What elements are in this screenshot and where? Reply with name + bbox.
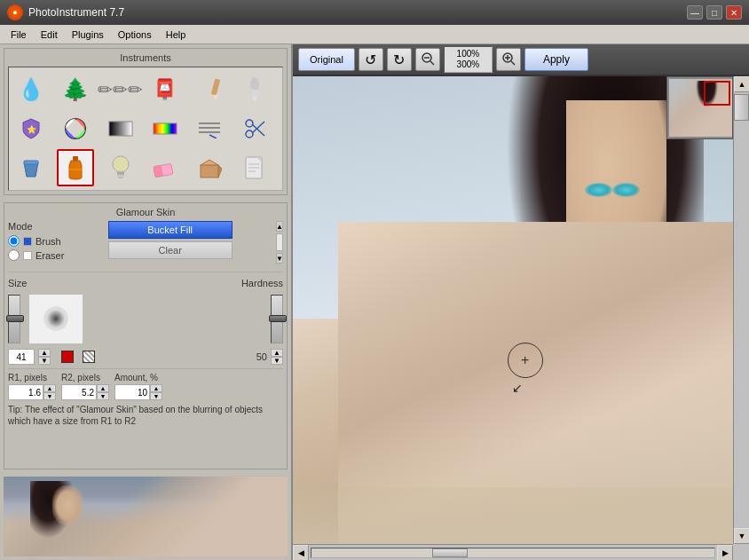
tool-pencils[interactable]: ✏✏✏ [102, 71, 139, 108]
size-spin-up[interactable]: ▲ [38, 349, 51, 357]
size-spin-down[interactable]: ▼ [38, 357, 51, 365]
right-panel: Original ↺ ↻ 100% 300% [293, 44, 749, 560]
size-slider-thumb[interactable] [6, 315, 24, 322]
app-logo: ● [7, 4, 23, 20]
image-area[interactable]: + ↙ ▲ ▼ ◀ [293, 76, 749, 560]
scroll-up-btn[interactable]: ▲ [276, 221, 283, 232]
r1-spin-down[interactable]: ▼ [43, 392, 56, 400]
eraser-label: Eraser [35, 250, 64, 261]
tool-marker[interactable] [236, 71, 273, 108]
tool-lines[interactable] [191, 110, 228, 147]
size-input[interactable] [8, 349, 35, 365]
original-button[interactable]: Original [298, 48, 355, 71]
title-bar: ● PhotoInstrument 7.7 — □ ✕ [0, 0, 749, 25]
svg-rect-0 [211, 79, 220, 96]
brush-radio[interactable] [8, 235, 20, 247]
r2-input[interactable] [61, 384, 97, 400]
menu-file[interactable]: File [4, 28, 34, 42]
tool-bulb[interactable] [102, 149, 139, 186]
svg-rect-17 [24, 161, 38, 164]
scroll-h-left-btn[interactable]: ◀ [293, 545, 309, 561]
svg-point-20 [113, 156, 129, 172]
zoom-max: 300% [450, 59, 486, 70]
scroll-h-thumb[interactable] [432, 548, 468, 557]
size-slider[interactable] [8, 295, 20, 343]
scroll-h-right-btn[interactable]: ▶ [717, 545, 733, 561]
maximize-button[interactable]: □ [706, 5, 722, 20]
tool-tree[interactable]: 🌲 [57, 71, 94, 108]
tool-brush[interactable] [191, 71, 228, 108]
amount-input[interactable] [114, 384, 150, 400]
r2-spin-up[interactable]: ▲ [97, 384, 109, 392]
menu-plugins[interactable]: Plugins [65, 28, 111, 42]
tool-rainbow[interactable] [146, 110, 184, 147]
r2-spin-down[interactable]: ▼ [97, 392, 109, 400]
close-button[interactable]: ✕ [726, 5, 742, 20]
mode-label: Mode [8, 221, 64, 232]
tool-colorwheel[interactable] [57, 110, 94, 147]
scroll-v-down-btn[interactable]: ▼ [734, 528, 749, 544]
scroll-down-btn[interactable]: ▼ [276, 253, 283, 264]
menu-edit[interactable]: Edit [34, 28, 65, 42]
apply-button[interactable]: Apply [524, 48, 588, 71]
slider-area [8, 292, 283, 345]
bucket-fill-button[interactable]: Bucket Fill [108, 221, 233, 239]
radio-brush[interactable]: Brush [8, 235, 64, 247]
window-controls: — □ ✕ [687, 5, 742, 20]
hardness-spin-down[interactable]: ▼ [271, 357, 283, 365]
scrollbar-corner [733, 544, 749, 560]
preview-face [4, 477, 288, 556]
svg-marker-4 [252, 97, 257, 102]
tool-box[interactable] [191, 149, 228, 186]
svg-rect-8 [154, 123, 177, 134]
svg-rect-7 [109, 122, 132, 136]
tool-eraser[interactable] [146, 149, 184, 186]
tool-gradient[interactable] [102, 110, 139, 147]
amount-spinners: ▲ ▼ [150, 384, 162, 400]
amount-spin-up[interactable]: ▲ [150, 384, 162, 392]
radio-group: Brush Eraser [8, 235, 64, 261]
clear-button[interactable]: Clear [108, 241, 233, 259]
instruments-grid: 💧 🌲 ✏✏✏ 📮 [8, 67, 283, 191]
zoom-in-button[interactable] [496, 48, 521, 71]
tool-stamp[interactable]: 📮 [146, 71, 184, 108]
tool-paper[interactable] [236, 149, 273, 186]
thumbnail-selection-box [704, 81, 730, 106]
scroll-v-thumb[interactable] [734, 94, 749, 121]
svg-line-15 [252, 124, 264, 136]
hardness-slider-thumb[interactable] [269, 315, 287, 322]
eye-right [585, 183, 612, 197]
redo-button[interactable]: ↻ [387, 48, 412, 71]
menu-help[interactable]: Help [159, 28, 193, 42]
scroll-v-up-btn[interactable]: ▲ [734, 76, 749, 92]
menu-options[interactable]: Options [111, 28, 159, 42]
scroll-h-track[interactable] [311, 548, 715, 558]
eraser-radio[interactable] [8, 249, 20, 261]
r1-spin-up[interactable]: ▲ [43, 384, 56, 392]
svg-rect-25 [154, 165, 162, 177]
r1-input[interactable] [8, 384, 43, 400]
minimize-button[interactable]: — [687, 5, 703, 20]
redo-icon: ↻ [393, 51, 405, 68]
radio-eraser[interactable]: Eraser [8, 249, 64, 261]
zoom-out-button[interactable] [415, 48, 440, 71]
hardness-slider[interactable] [271, 295, 283, 343]
color-swatch[interactable] [61, 351, 74, 363]
svg-rect-3 [252, 90, 257, 97]
horizontal-scrollbar: ◀ ▶ [293, 544, 733, 560]
r2-input-row: ▲ ▼ [61, 384, 109, 400]
tool-dropper[interactable]: 💧 [12, 71, 50, 108]
pattern-swatch[interactable] [83, 351, 95, 363]
thumbnail-image [669, 79, 732, 137]
r2-group: R2, pixels ▲ ▼ [61, 373, 109, 400]
tool-cup[interactable] [12, 149, 50, 186]
r1-input-row: ▲ ▼ [8, 384, 56, 400]
amount-spin-down[interactable]: ▼ [150, 392, 162, 400]
sliders-section: Size Hardness [8, 272, 283, 365]
tool-scissors[interactable] [236, 110, 273, 147]
undo-button[interactable]: ↺ [359, 48, 383, 71]
tool-shield[interactable]: ⭐ [12, 110, 50, 147]
mode-section: Mode Brush Eraser [8, 221, 64, 261]
tool-bottle[interactable] [57, 149, 94, 186]
hardness-spin-up[interactable]: ▲ [271, 349, 283, 357]
